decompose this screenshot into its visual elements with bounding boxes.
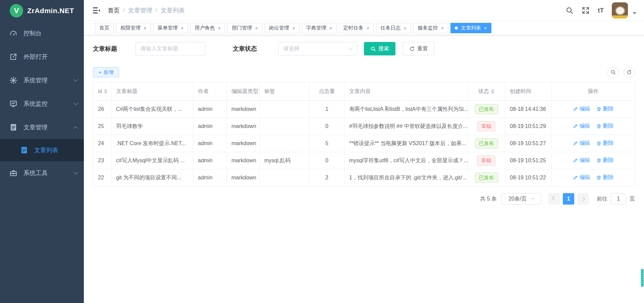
delete-link[interactable]: 删除 — [596, 123, 614, 130]
font-size-icon[interactable]: tT — [598, 7, 604, 13]
delete-link[interactable]: 删除 — [596, 105, 614, 113]
tab-字典管理[interactable]: 字典管理 × — [302, 23, 337, 33]
column-header-编辑器类型: 编辑器类型 — [227, 82, 260, 101]
cell-editor-type: markdown — [227, 152, 260, 169]
tab-用户角色[interactable]: 用户角色 × — [191, 23, 225, 33]
delete-link[interactable]: 删除 — [596, 174, 614, 181]
search-icon[interactable] — [566, 6, 574, 14]
tab-部门管理[interactable]: 部门管理 × — [227, 23, 262, 33]
chevron-down-icon — [531, 196, 534, 200]
tab-首页[interactable]: 首页 × — [95, 23, 114, 33]
tab-岗位管理[interactable]: 岗位管理 × — [265, 23, 300, 33]
cell-author: admin — [193, 101, 227, 118]
column-header-id[interactable]: id — [93, 82, 111, 101]
edit-link[interactable]: 编辑 — [573, 174, 590, 181]
tab-菜单管理[interactable]: 菜单管理 × — [153, 23, 188, 33]
pager: 1 — [548, 193, 589, 205]
cell-id: 26 — [93, 101, 111, 118]
chevron-left-icon — [552, 196, 556, 200]
sidebar-item-article-manage[interactable]: 文章管理 — [0, 116, 84, 139]
refresh-table-button[interactable] — [624, 67, 635, 78]
cell-editor-type: markdown — [227, 101, 260, 118]
cell-clicks: 5 — [310, 135, 344, 152]
tab-服务监控[interactable]: 服务监控 × — [413, 23, 448, 33]
fullscreen-icon[interactable] — [582, 6, 590, 14]
avatar[interactable] — [612, 2, 628, 18]
goto-page-input[interactable] — [611, 193, 626, 205]
tab-close-icon[interactable]: × — [329, 26, 332, 31]
breadcrumb-home[interactable]: 首页 — [108, 6, 120, 14]
sort-caret-icon[interactable] — [104, 89, 107, 94]
search-button[interactable]: 搜索 — [364, 42, 395, 55]
cell-operations: 编辑删除 — [551, 118, 635, 135]
cell-content: **错误提示** 当电脑更新 VS2017 版本后，如果... — [344, 135, 468, 152]
table-row: 24.NET Core 发布时提示.NET...adminmarkdown5**… — [93, 135, 635, 152]
tags-view-bar: 首页 × 权限管理 × 菜单管理 × 用户角色 × 部门管理 × 岗位管理 × … — [84, 21, 644, 35]
tab-close-icon[interactable]: × — [218, 26, 221, 31]
column-header-作者: 作者 — [193, 82, 227, 101]
tab-close-icon[interactable]: × — [144, 26, 147, 31]
show-search-button[interactable] — [607, 67, 619, 78]
cell-tag — [260, 118, 310, 135]
edit-link[interactable]: 编辑 — [573, 140, 590, 147]
sort-caret-icon[interactable] — [491, 89, 494, 94]
cell-id: 23 — [93, 152, 111, 169]
tab-任务日志[interactable]: 任务日志 × — [376, 23, 411, 33]
sidebar-item-system-tools[interactable]: 系统工具 — [0, 161, 84, 185]
article-title-label: 文章标题 — [93, 45, 136, 53]
edit-link[interactable]: 编辑 — [573, 157, 590, 164]
cell-content: 有两个list,listA 和listB，listA中有三个属性列为St... — [344, 101, 468, 118]
caret-down-icon[interactable] — [633, 12, 637, 14]
chevron-down-icon — [348, 46, 353, 50]
monitor-icon — [9, 100, 17, 108]
cell-title: git 为不同的项目设置不同... — [111, 169, 193, 186]
tab-close-icon[interactable]: × — [255, 26, 258, 31]
sidebar-item-system-manage[interactable]: 系统管理 — [0, 69, 84, 92]
tab-close-icon[interactable]: × — [181, 26, 184, 31]
reset-button[interactable]: 重置 — [403, 42, 434, 55]
tab-close-icon[interactable]: × — [441, 26, 444, 31]
sidebar-item-article-list[interactable]: 文章列表 — [0, 139, 84, 161]
cell-author: admin — [193, 118, 227, 135]
tab-close-icon[interactable]: × — [484, 26, 487, 31]
breadcrumb-article-list: 文章列表 — [161, 6, 185, 14]
delete-icon — [596, 124, 601, 129]
column-header-状态[interactable]: 状态 — [468, 82, 505, 101]
sidebar-item-external[interactable]: 外部打开 — [0, 45, 84, 69]
external-link-icon — [9, 53, 17, 61]
tab-权限管理[interactable]: 权限管理 × — [116, 23, 151, 33]
scrollbar-thumb[interactable] — [641, 269, 644, 287]
app-logo[interactable]: V ZrAdmin.NET — [0, 0, 84, 21]
breadcrumb-article-manage: 文章管理 — [128, 6, 152, 14]
tab-close-icon[interactable]: × — [367, 26, 370, 31]
sidebar-item-dashboard[interactable]: 控制台 — [0, 21, 84, 45]
add-button[interactable]: + 新增 — [93, 67, 119, 77]
tab-close-icon[interactable]: × — [292, 26, 295, 31]
edit-link[interactable]: 编辑 — [573, 123, 590, 130]
edit-link[interactable]: 编辑 — [573, 105, 590, 113]
cell-id: 22 — [93, 169, 111, 186]
status-badge: 已发布 — [475, 173, 498, 183]
article-title-input[interactable] — [136, 42, 205, 55]
tab-close-icon[interactable]: × — [404, 26, 407, 31]
breadcrumb-separator: / — [123, 7, 125, 14]
sidebar-item-system-monitor[interactable]: 系统监控 — [0, 92, 84, 116]
delete-link[interactable]: 删除 — [596, 140, 614, 147]
delete-link[interactable]: 删除 — [596, 157, 614, 164]
cell-clicks: 0 — [310, 118, 344, 135]
next-page-button[interactable] — [577, 193, 589, 205]
chevron-down-icon — [73, 101, 78, 105]
column-header-创建时间: 创建时间 — [505, 82, 551, 101]
logo-icon: V — [10, 4, 23, 17]
dashboard-icon — [9, 29, 17, 37]
cell-author: admin — [193, 135, 227, 152]
tab-文章列表[interactable]: 文章列表 × — [450, 23, 491, 33]
prev-page-button[interactable] — [548, 193, 560, 205]
delete-icon — [596, 175, 601, 180]
page-size-select[interactable]: 20条/页 — [501, 193, 541, 205]
tab-定时任务[interactable]: 定时任务 × — [339, 23, 374, 33]
sidebar-collapse-icon[interactable] — [92, 6, 101, 15]
cell-status: 草稿 — [468, 118, 505, 135]
article-status-select[interactable]: 请选择 — [278, 42, 357, 55]
current-page[interactable]: 1 — [563, 193, 574, 205]
